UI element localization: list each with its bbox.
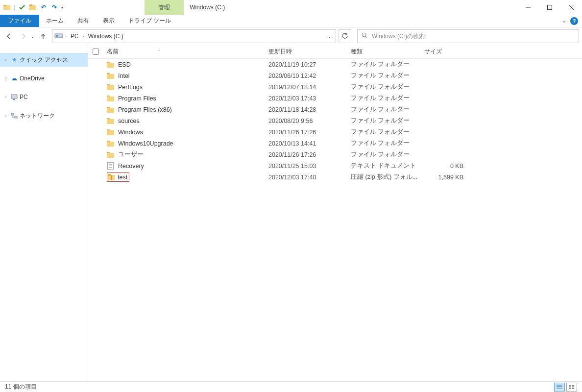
sort-asc-icon: ⌃ bbox=[158, 49, 161, 54]
expand-icon[interactable]: › bbox=[3, 57, 9, 62]
svg-rect-13 bbox=[13, 99, 15, 100]
svg-line-11 bbox=[365, 36, 367, 38]
file-type-icon bbox=[107, 140, 114, 147]
file-date: 2020/10/13 14:41 bbox=[265, 140, 347, 147]
file-name: PerfLogs bbox=[118, 84, 143, 91]
recent-locations-icon[interactable]: ⌄ bbox=[31, 34, 34, 39]
svg-rect-21 bbox=[107, 74, 114, 79]
file-size: 0 KB bbox=[420, 163, 469, 170]
file-name: Program Files bbox=[118, 95, 156, 102]
qat-dropdown-icon[interactable]: ▾ bbox=[61, 5, 63, 10]
file-type: ファイル フォルダー bbox=[347, 139, 420, 147]
file-date: 2020/11/25 15:03 bbox=[265, 163, 347, 170]
expand-icon[interactable]: › bbox=[3, 113, 9, 118]
file-row[interactable]: sources2020/08/20 9:56ファイル フォルダー bbox=[88, 115, 582, 126]
file-name: Windows bbox=[118, 129, 143, 136]
search-box[interactable]: Windows (C:)の検索 bbox=[357, 29, 579, 43]
ribbon-expand-icon[interactable]: ⌄ bbox=[562, 18, 566, 24]
column-header-type[interactable]: 種類 bbox=[347, 45, 420, 58]
file-row[interactable]: test2020/12/03 17:40圧縮 (zip 形式) フォル...1,… bbox=[88, 172, 582, 183]
file-date: 2020/08/20 9:56 bbox=[265, 118, 347, 124]
column-header-date[interactable]: 更新日時 bbox=[265, 45, 347, 58]
file-type-icon bbox=[107, 173, 115, 181]
file-name: sources bbox=[118, 118, 140, 124]
breadcrumb-current[interactable]: Windows (C:) bbox=[86, 33, 125, 40]
file-type-icon bbox=[107, 117, 114, 124]
file-date: 2020/11/18 14:28 bbox=[265, 106, 347, 113]
svg-rect-44 bbox=[569, 388, 571, 389]
help-icon[interactable]: ? bbox=[570, 17, 578, 25]
checkmark-icon[interactable] bbox=[18, 3, 26, 11]
breadcrumb-sep-icon[interactable]: › bbox=[82, 34, 85, 39]
file-date: 2019/12/07 18:14 bbox=[265, 84, 347, 91]
file-type: ファイル フォルダー bbox=[347, 72, 420, 80]
large-icons-view-button[interactable] bbox=[566, 383, 577, 392]
ribbon-tab-home[interactable]: ホーム bbox=[39, 15, 71, 27]
address-bar[interactable]: › PC › Windows (C:) ⌄ bbox=[52, 29, 336, 43]
sidebar-item-quick-access[interactable]: › ★ クイック アクセス bbox=[0, 53, 88, 67]
column-header-size[interactable]: サイズ bbox=[420, 45, 469, 58]
file-name: Windows10Upgrade bbox=[118, 140, 173, 147]
file-row[interactable]: ESD2020/11/19 10:27ファイル フォルダー bbox=[88, 59, 582, 70]
close-button[interactable] bbox=[560, 0, 582, 15]
select-all-checkbox[interactable] bbox=[93, 49, 99, 55]
file-row[interactable]: PerfLogs2019/12/07 18:14ファイル フォルダー bbox=[88, 81, 582, 93]
svg-rect-19 bbox=[107, 63, 114, 68]
file-name: ユーザー bbox=[118, 150, 144, 159]
star-icon: ★ bbox=[11, 56, 18, 63]
column-header-name[interactable]: 名前 ⌃ bbox=[103, 45, 265, 58]
sidebar-item-onedrive[interactable]: › ☁ OneDrive bbox=[0, 72, 88, 85]
ribbon-tab-view[interactable]: 表示 bbox=[96, 15, 121, 27]
details-view-button[interactable] bbox=[554, 383, 565, 392]
svg-rect-29 bbox=[107, 119, 114, 124]
file-row[interactable]: ユーザー2020/11/26 17:26ファイル フォルダー bbox=[88, 149, 582, 160]
back-button[interactable] bbox=[3, 30, 15, 42]
titlebar: | ↶ ↷ ▾ 管理 Windows (C:) bbox=[0, 0, 582, 15]
file-name: Program Files (x86) bbox=[118, 106, 172, 113]
file-name: Intel bbox=[118, 73, 130, 79]
svg-rect-15 bbox=[15, 116, 17, 118]
file-type-icon bbox=[107, 95, 114, 102]
status-count: 11 個の項目 bbox=[5, 383, 37, 391]
sidebar-item-pc[interactable]: › PC bbox=[0, 90, 88, 104]
file-row[interactable]: Windows10Upgrade2020/10/13 14:41ファイル フォル… bbox=[88, 138, 582, 149]
file-row[interactable]: Program Files (x86)2020/11/18 14:28ファイル … bbox=[88, 104, 582, 115]
redo-icon[interactable]: ↷ bbox=[50, 3, 58, 11]
sidebar-label: OneDrive bbox=[20, 75, 45, 82]
file-row[interactable]: Windows2020/11/26 17:26ファイル フォルダー bbox=[88, 126, 582, 138]
window-title: Windows (C:) bbox=[184, 0, 231, 15]
minimize-button[interactable] bbox=[517, 0, 539, 15]
file-type-icon bbox=[107, 106, 114, 113]
ribbon-tab-share[interactable]: 共有 bbox=[71, 15, 96, 27]
address-dropdown-icon[interactable]: ⌄ bbox=[328, 34, 332, 39]
svg-rect-14 bbox=[11, 113, 14, 115]
breadcrumb-pc[interactable]: PC bbox=[69, 33, 81, 40]
svg-rect-31 bbox=[107, 130, 114, 135]
folder-icon[interactable] bbox=[29, 3, 37, 11]
ribbon-tab-file[interactable]: ファイル bbox=[0, 15, 39, 27]
file-row[interactable]: Intel2020/06/10 12:42ファイル フォルダー bbox=[88, 70, 582, 81]
maximize-button[interactable] bbox=[539, 0, 560, 15]
file-row[interactable]: Recovery2020/11/25 15:03テキスト ドキュメント0 KB bbox=[88, 160, 582, 172]
forward-button[interactable] bbox=[18, 30, 29, 42]
file-row[interactable]: Program Files2020/12/03 17:43ファイル フォルダー bbox=[88, 93, 582, 104]
file-type-icon bbox=[107, 128, 114, 136]
sidebar-item-network[interactable]: › ネットワーク bbox=[0, 109, 88, 122]
refresh-button[interactable] bbox=[339, 29, 351, 43]
file-name: ESD bbox=[118, 61, 131, 68]
undo-icon[interactable]: ↶ bbox=[40, 3, 48, 11]
file-date: 2020/12/03 17:43 bbox=[265, 95, 347, 102]
cloud-icon: ☁ bbox=[11, 75, 18, 82]
expand-icon[interactable]: › bbox=[3, 76, 9, 81]
file-date: 2020/11/26 17:26 bbox=[265, 129, 347, 136]
breadcrumb-sep-icon[interactable]: › bbox=[64, 34, 68, 39]
file-type-icon bbox=[107, 61, 114, 68]
navigation-bar: ⌄ › PC › Windows (C:) ⌄ Windows (C:)の検索 bbox=[0, 27, 582, 45]
expand-icon[interactable]: › bbox=[3, 95, 9, 99]
ribbon-tab-drive-tools[interactable]: ドライブ ツール bbox=[121, 15, 178, 27]
ribbon-context-tab[interactable]: 管理 bbox=[145, 0, 184, 15]
file-date: 2020/06/10 12:42 bbox=[265, 73, 347, 79]
svg-point-10 bbox=[362, 33, 366, 37]
search-placeholder: Windows (C:)の検索 bbox=[372, 32, 425, 41]
up-button[interactable] bbox=[37, 30, 49, 42]
